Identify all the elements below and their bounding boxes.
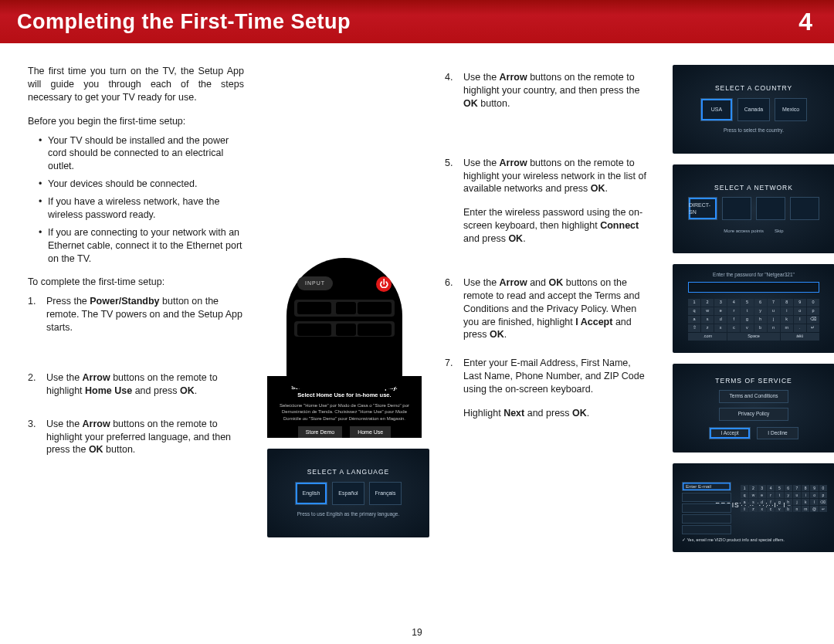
password-screenshot: Enter the password for "Netgear321" 1234…: [673, 264, 834, 353]
before-label: Before you begin the first-time setup:: [28, 115, 244, 128]
register-keyboard: 1234567890 qwertyuiop asdfghjkl⌫ ⇧zxcvbn…: [741, 485, 827, 512]
intro-paragraph: The first time you turn on the TV, the S…: [28, 65, 244, 104]
register-screenshot: REGISTER YOUR TV Enter E-mail 1234567890…: [673, 463, 834, 552]
step-2: 2. Use the Arrow buttons on the remote t…: [28, 371, 244, 398]
tos-screenshot: TERMS OF SERVICE Terms and Conditions Pr…: [673, 364, 834, 452]
store-demo-button: Store Demo: [298, 426, 342, 438]
onscreen-keyboard: 1234567890 qwertyuiop asdfghjkl⌫ ⇧zxcvbn…: [688, 299, 819, 341]
col3-text: 4. Use the Arrow buttons on the remote t…: [445, 65, 649, 563]
step-5: 5. Use the Arrow buttons on the remote t…: [445, 157, 649, 246]
col4-images: SELECT A COUNTRY USA Canada Mexico Press…: [673, 65, 834, 563]
language-screenshot: SELECT A LANGUAGE English Español França…: [267, 449, 429, 537]
section-header: Completing the First-Time Setup 4: [0, 0, 834, 43]
country-screenshot: SELECT A COUNTRY USA Canada Mexico Press…: [673, 65, 834, 154]
before-item: If you are connecting to your network wi…: [39, 226, 244, 266]
complete-label: To complete the first-time setup:: [28, 276, 244, 289]
steps-left: 1. Press the Power/Standby button on the…: [28, 295, 244, 456]
before-list: Your TV should be installed and the powe…: [39, 134, 244, 266]
network-screenshot: SELECT A NETWORK DIRECT-SN More access p…: [673, 164, 834, 253]
section-number: 4: [798, 8, 812, 36]
step-1: 1. Press the Power/Standby button on the…: [28, 295, 244, 334]
before-item: Your devices should be connected.: [39, 178, 244, 191]
home-use-button: Home Use: [350, 426, 391, 438]
page-number: 19: [0, 627, 834, 638]
step-3: 3. Use the Arrow buttons on the remote t…: [28, 418, 244, 457]
page-body: The first time you turn on the TV, the S…: [0, 43, 834, 563]
step-4: 4. Use the Arrow buttons on the remote t…: [445, 71, 649, 110]
step-7: 7. Enter your E-mail Address, First Name…: [445, 357, 649, 420]
power-icon: ⏻: [376, 276, 392, 292]
before-item: If you have a wireless network, have the…: [39, 195, 244, 222]
col1-text: The first time you turn on the TV, the S…: [28, 65, 244, 563]
remote-input-button: INPUT: [297, 276, 333, 290]
page-title: Completing the First-Time Setup: [17, 10, 351, 34]
before-item: Your TV should be installed and the powe…: [39, 134, 244, 174]
col2-images: INPUT ⏻ Choose your mode. Select Store D…: [267, 65, 422, 563]
step-6: 6. Use the Arrow and OK buttons on the r…: [445, 276, 649, 341]
steps-right: 4. Use the Arrow buttons on the remote t…: [445, 71, 649, 420]
remote-image: INPUT ⏻: [267, 276, 422, 365]
